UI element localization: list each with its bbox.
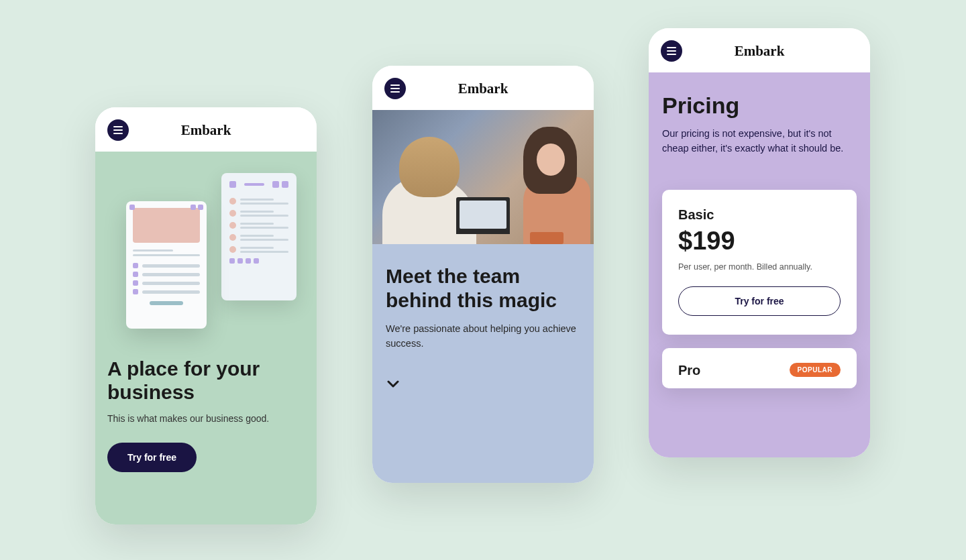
illustration-card-front (126, 201, 207, 329)
plan-billing-note: Per user, per month. Billed annually. (678, 262, 841, 272)
chevron-down-icon[interactable] (387, 378, 399, 390)
try-free-button[interactable]: Try for free (107, 443, 197, 472)
hero-illustration (107, 173, 305, 337)
team-subtitle: We're passionate about helping you achie… (386, 322, 580, 351)
phone-mock-team: Embark Meet the team behind this magic W… (372, 66, 594, 483)
pricing-heading: Pricing (662, 93, 857, 119)
phone-mock-home: Embark (95, 107, 317, 524)
plan-name: Basic (678, 207, 841, 223)
plan-price: $199 (678, 227, 841, 256)
phone-body: Meet the team behind this magic We're pa… (372, 110, 594, 483)
phone-mock-pricing: Embark Pricing Our pricing is not expens… (649, 28, 870, 457)
app-header: Embark (372, 66, 594, 110)
brand-logo: Embark (458, 80, 508, 97)
illustration-card-back (221, 173, 297, 300)
hero-heading: A place for your business (107, 357, 305, 404)
pricing-subtitle: Our pricing is not expensive, but it's n… (662, 127, 857, 156)
pricing-card-basic: Basic $199 Per user, per month. Billed a… (662, 190, 857, 335)
hamburger-menu-icon[interactable] (384, 78, 406, 99)
hamburger-menu-icon[interactable] (107, 119, 129, 141)
popular-badge: POPULAR (790, 363, 841, 377)
brand-logo: Embark (181, 122, 231, 139)
team-photo (372, 110, 594, 244)
phone-body: A place for your business This is what m… (95, 152, 317, 524)
app-header: Embark (649, 28, 870, 72)
team-heading: Meet the team behind this magic (386, 264, 580, 313)
hamburger-menu-icon[interactable] (661, 40, 682, 62)
app-header: Embark (95, 107, 317, 152)
pricing-card-pro: Pro POPULAR (662, 348, 857, 388)
hero-subtitle: This is what makes our business good. (107, 413, 305, 424)
plan-name: Pro (678, 363, 700, 378)
try-free-button[interactable]: Try for free (678, 286, 841, 316)
phone-body: Pricing Our pricing is not expensive, bu… (649, 72, 870, 457)
brand-logo: Embark (735, 43, 785, 60)
